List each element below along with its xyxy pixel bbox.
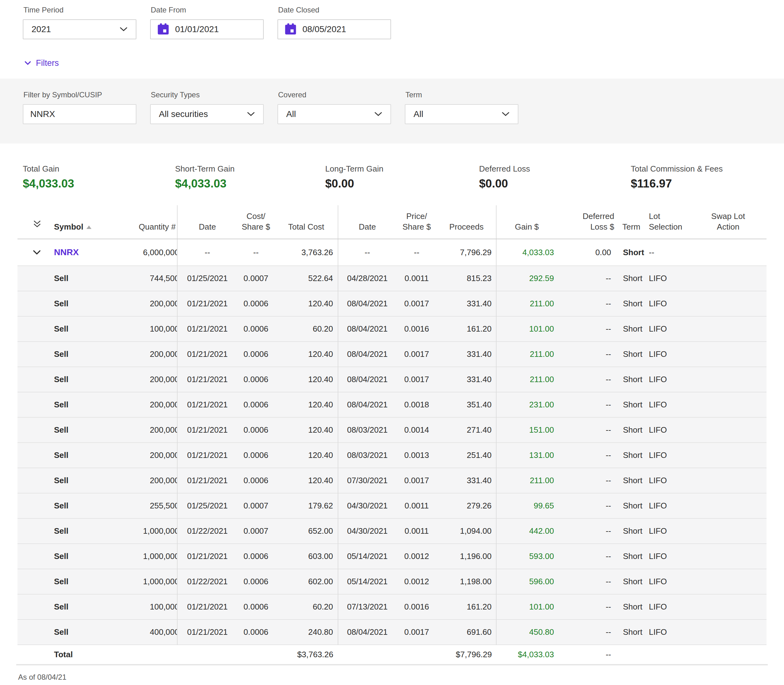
total-cost-cell: 120.40 — [275, 291, 338, 316]
lot-selection-cell: LIFO — [646, 443, 690, 468]
as-of-timestamp: As of 08/04/21 — [18, 673, 784, 682]
quantity-cell: 6,000,000 — [122, 239, 177, 266]
table-row: Sell 200,000 01/21/2021 0.0006 120.40 08… — [18, 367, 766, 392]
total-cost-cell: 120.40 — [275, 392, 338, 417]
date-from-field: Date From 01/01/2021 — [150, 6, 264, 39]
term-cell: Short — [618, 316, 646, 342]
row-indent-cell — [18, 266, 54, 291]
table-row: Sell 1,000,000 01/21/2021 0.0006 603.00 … — [18, 544, 766, 569]
covered-select[interactable]: All — [277, 104, 391, 124]
proceeds-cell: 815.23 — [437, 266, 496, 291]
swap-lot-action-cell — [690, 468, 766, 493]
header-proceeds: Proceeds — [437, 205, 496, 239]
date-acquired-cell: 01/21/2021 — [177, 291, 237, 316]
date-closed-cell: 08/04/2021 — [338, 620, 396, 645]
chevron-down-icon — [120, 27, 128, 32]
swap-lot-action-cell — [690, 342, 766, 367]
term-cell: Short — [618, 594, 646, 620]
table-footer: Total $3,763.26 $7,796.29 $4,033.03 -- — [18, 645, 766, 664]
collapse-row-icon[interactable] — [33, 250, 41, 255]
deferred-loss-cell: -- — [557, 392, 618, 417]
proceeds-cell: 351.40 — [437, 392, 496, 417]
detail-rows: Sell 744,500 01/25/2021 0.0007 522.64 04… — [18, 266, 766, 645]
header-date-acquired: Date — [177, 205, 237, 239]
price-share-cell: 0.0013 — [396, 443, 437, 468]
header-price-share: Price/ Share $ — [396, 205, 437, 239]
lot-selection-cell: LIFO — [646, 569, 690, 594]
filters-toggle-button[interactable]: Filters — [24, 58, 59, 68]
total-cost-cell: 120.40 — [275, 342, 338, 367]
action-cell: Sell — [54, 342, 122, 367]
symbol-cell: NNRX — [54, 239, 122, 266]
table-row: Sell 200,000 01/21/2021 0.0006 120.40 08… — [18, 342, 766, 367]
deferred-loss-cell: 0.00 — [557, 239, 618, 266]
cost-share-cell: 0.0006 — [237, 417, 275, 443]
term-cell: Short — [618, 569, 646, 594]
swap-lot-action-cell — [690, 367, 766, 392]
spacer-cell — [396, 645, 437, 664]
chevron-down-icon — [501, 112, 510, 117]
action-cell: Sell — [54, 468, 122, 493]
security-types-select[interactable]: All securities — [150, 104, 264, 124]
date-from-input[interactable]: 01/01/2021 — [150, 19, 264, 39]
total-cost-cell: 522.64 — [275, 266, 338, 291]
price-share-cell: 0.0017 — [396, 468, 437, 493]
quantity-cell: 200,000 — [122, 468, 177, 493]
date-acquired-cell: 01/21/2021 — [177, 392, 237, 417]
chevron-down-icon — [247, 112, 255, 117]
long-term-gain-summary: Long-Term Gain $0.00 — [325, 164, 479, 190]
deferred-loss-cell: -- — [557, 291, 618, 316]
cost-share-cell: 0.0006 — [237, 367, 275, 392]
table-row: Sell 200,000 01/21/2021 0.0006 120.40 08… — [18, 392, 766, 417]
term-filter-field: Term All — [405, 91, 519, 124]
term-filter-select[interactable]: All — [405, 104, 519, 124]
swap-lot-action-cell — [690, 569, 766, 594]
symbol-link[interactable]: NNRX — [54, 247, 79, 257]
date-closed-cell: -- — [338, 239, 396, 266]
action-cell: Sell — [54, 443, 122, 468]
table-row: Sell 255,500 01/25/2021 0.0007 179.62 04… — [18, 493, 766, 518]
price-share-cell: 0.0016 — [396, 316, 437, 342]
covered-label: Covered — [277, 91, 391, 99]
table-row: Sell 200,000 01/21/2021 0.0006 120.40 08… — [18, 417, 766, 443]
header-deferred-loss: Deferred Loss $ — [557, 205, 618, 239]
expand-all-header-cell — [18, 205, 54, 239]
expand-all-icon[interactable] — [33, 219, 42, 230]
date-controls: Time Period 2021 Date From 01/01/2021 Da… — [0, 0, 784, 39]
spacer-cell — [18, 645, 54, 664]
sort-ascending-icon — [86, 226, 91, 229]
term-cell: Short — [618, 392, 646, 417]
proceeds-cell: 331.40 — [437, 468, 496, 493]
header-symbol[interactable]: Symbol — [54, 205, 122, 239]
quantity-cell: 1,000,000 — [122, 518, 177, 544]
cost-share-cell: 0.0006 — [237, 620, 275, 645]
date-acquired-cell: 01/21/2021 — [177, 316, 237, 342]
time-period-label: Time Period — [23, 6, 137, 15]
table-row: Sell 744,500 01/25/2021 0.0007 522.64 04… — [18, 266, 766, 291]
date-acquired-cell: 01/22/2021 — [177, 569, 237, 594]
term-filter-value: All — [413, 109, 423, 119]
row-indent-cell — [18, 443, 54, 468]
lot-selection-cell: LIFO — [646, 544, 690, 569]
quantity-cell: 1,000,000 — [122, 544, 177, 569]
price-share-cell: 0.0017 — [396, 291, 437, 316]
deferred-loss-cell: -- — [557, 569, 618, 594]
proceeds-cell: 7,796.29 — [437, 239, 496, 266]
date-from-label: Date From — [150, 6, 264, 15]
symbol-filter-input[interactable] — [23, 104, 137, 124]
header-date-closed: Date — [338, 205, 396, 239]
date-closed-input[interactable]: 08/05/2021 — [277, 19, 391, 39]
date-closed-cell: 04/30/2021 — [338, 493, 396, 518]
security-types-value: All securities — [159, 109, 208, 119]
deferred-loss-value: $0.00 — [479, 177, 631, 190]
date-acquired-cell: 01/25/2021 — [177, 493, 237, 518]
swap-lot-action-cell — [690, 392, 766, 417]
total-gain-summary: Total Gain $4,033.03 — [23, 164, 175, 190]
row-indent-cell — [18, 367, 54, 392]
gain-cell: 211.00 — [496, 468, 557, 493]
spacer-cell — [618, 645, 646, 664]
spacer-cell — [338, 645, 396, 664]
quantity-cell: 200,000 — [122, 417, 177, 443]
lot-selection-cell: LIFO — [646, 417, 690, 443]
time-period-select[interactable]: 2021 — [23, 19, 137, 39]
